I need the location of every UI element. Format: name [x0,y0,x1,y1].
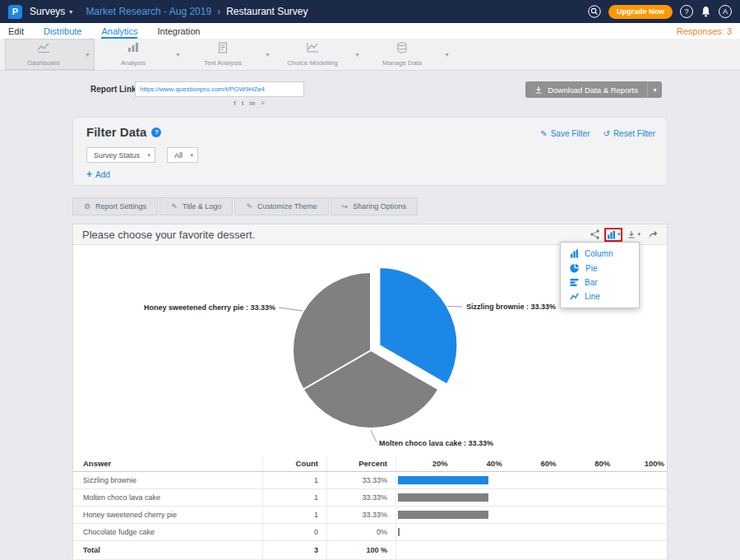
answer-bar [398,511,488,519]
forward-share-icon[interactable] [648,230,658,239]
report-link-input[interactable] [135,81,304,97]
app-screen: P Surveys ▾ Market Research - Aug 2019 ›… [0,0,740,560]
analysis-dropdown-icon[interactable]: ▾ [172,39,184,70]
save-filter-link[interactable]: ✎ Save Filter [540,129,590,138]
answer-cell: Sizzling brownie [73,472,262,488]
bar-chart-icon [607,230,616,239]
menu-item-line[interactable]: Line [561,289,639,303]
answer-cell: Chocolate fudge cake [73,524,262,540]
survey-nav: Edit Distribute Analytics Integration Re… [0,23,740,39]
menu-item-column[interactable]: Column [561,247,639,261]
nav-integration[interactable]: Integration [157,23,200,39]
tab-title-logo[interactable]: ✎ Title & Logo [160,197,233,215]
responses-count[interactable]: Responses: 3 [677,23,732,39]
download-dropdown-icon[interactable]: ▾ [647,81,662,98]
chevron-down-icon: ▾ [148,152,151,159]
answer-cell: Molten choco lava cake [73,489,262,506]
pie-chart-icon [570,263,580,273]
help-icon[interactable]: ? [680,5,693,18]
question-title: Please choose your favorite dessert. [82,229,255,241]
manage-data-label: Manage Data [382,59,422,67]
table-row: Chocolate fudge cake 0 0% [73,524,667,541]
survey-status-value: Survey Status [94,151,140,160]
bar-scale: 20% 40% 60% 80% 100% [395,456,667,471]
breadcrumb-survey: Restaurant Survey [226,6,308,17]
tab-sharing-options[interactable]: ↪ Sharing Options [331,197,418,215]
share-alt-icon[interactable] [590,229,599,239]
table-row: Sizzling brownie 1 33.33% [73,472,667,489]
user-avatar[interactable]: A [719,5,732,18]
table-row: Honey sweetened cherry pie 1 33.33% [73,507,667,524]
table-header-row: Answer Count Percent 20% 40% 60% 80% 100… [73,456,667,472]
bar-chart-icon [570,278,579,287]
manage-data-dropdown-icon[interactable]: ▾ [441,39,453,70]
total-label: Total [73,541,262,559]
download-chart-button[interactable]: ▾ [627,230,641,239]
bell-icon[interactable] [701,6,711,17]
question-card: Please choose your favorite dessert. ▾ ▾ [72,224,668,558]
linkedin-icon[interactable]: in [249,100,255,107]
toolbar-text-analysis[interactable]: Text Analysis ▾ [184,39,274,70]
surveys-label: Surveys [30,6,65,17]
toolbar-analysis[interactable]: Analysis ▾ [95,39,184,70]
toolbar-choice-modelling[interactable]: Choice Modelling ▾ [274,39,363,70]
text-analysis-label: Text Analysis [204,59,242,67]
text-analysis-icon [217,42,229,57]
reset-icon: ↺ [603,129,609,138]
scale-tick: 100% [396,456,667,471]
filter-title-text: Filter Data [86,125,146,139]
chevron-down-icon: ▾ [69,8,72,16]
nav-edit[interactable]: Edit [8,23,24,39]
nav-analytics[interactable]: Analytics [101,23,137,39]
gear-icon: ⚙ [84,202,90,211]
breadcrumb: Market Research - Aug 2019 › Restaurant … [86,6,308,17]
pie-label-sizzling-brownie: Sizzling brownie : 33.33% [466,303,556,311]
chart-type-button[interactable]: ▾ [607,230,621,239]
menu-item-pie-label: Pie [585,264,597,273]
facebook-icon[interactable]: f [234,100,236,107]
upgrade-button[interactable]: Upgrade Now [608,5,673,19]
text-analysis-dropdown-icon[interactable]: ▾ [261,39,274,70]
tab-customize-theme[interactable]: ✎ Customize Theme [234,197,328,215]
percent-cell: 0% [326,524,395,540]
top-header: P Surveys ▾ Market Research - Aug 2019 ›… [0,0,740,23]
choice-modelling-dropdown-icon[interactable]: ▾ [351,39,363,70]
filter-value-select[interactable]: All ▾ [167,147,198,163]
count-cell: 1 [262,489,326,506]
toolbar-dashboard[interactable]: Dashboard ▾ [5,39,95,70]
filter-help-icon[interactable]: ? [151,127,161,137]
pencil-icon: ✎ [246,202,252,211]
toolbar-manage-data[interactable]: Manage Data ▾ [363,39,453,70]
download-data-reports-button[interactable]: Download Data & Reports ▾ [525,81,662,98]
line-chart-icon [570,292,579,301]
manage-data-icon [396,42,408,57]
tab-sharing-options-label: Sharing Options [353,202,406,211]
total-percent: 100 % [326,541,395,559]
tab-title-logo-label: Title & Logo [183,202,222,211]
menu-item-bar[interactable]: Bar [561,275,639,289]
analysis-label: Analysis [121,59,146,67]
dashboard-dropdown-icon[interactable]: ▾ [81,39,94,69]
search-icon[interactable] [588,5,601,18]
breadcrumb-project-link[interactable]: Market Research - Aug 2019 [86,6,211,17]
tab-report-settings-label: Report Settings [95,202,146,211]
answer-bar [398,476,488,484]
reset-filter-link[interactable]: ↺ Reset Filter [603,129,655,138]
report-tabs: ⚙ Report Settings ✎ Title & Logo ✎ Custo… [72,197,418,215]
add-filter-link[interactable]: + Add [86,169,110,180]
share-icon: ↪ [342,202,349,211]
surveys-menu[interactable]: Surveys ▾ [30,6,72,17]
menu-item-pie[interactable]: Pie [561,261,639,275]
chevron-down-icon: ▾ [617,231,621,238]
twitter-icon[interactable]: t [242,100,244,107]
analysis-icon [127,42,140,57]
survey-status-select[interactable]: Survey Status ▾ [86,147,155,163]
questionpro-logo[interactable]: P [8,5,22,19]
embed-icon[interactable]: ≡ [261,100,265,107]
total-count: 3 [262,541,326,559]
pie-label-honey-sweetened-cherry-pie: Honey sweetened cherry pie : 33.33% [144,303,275,312]
download-label: Download Data & Reports [548,86,638,95]
table-row: Molten choco lava cake 1 33.33% [73,489,667,507]
tab-report-settings[interactable]: ⚙ Report Settings [72,197,158,215]
nav-distribute[interactable]: Distribute [44,23,81,39]
